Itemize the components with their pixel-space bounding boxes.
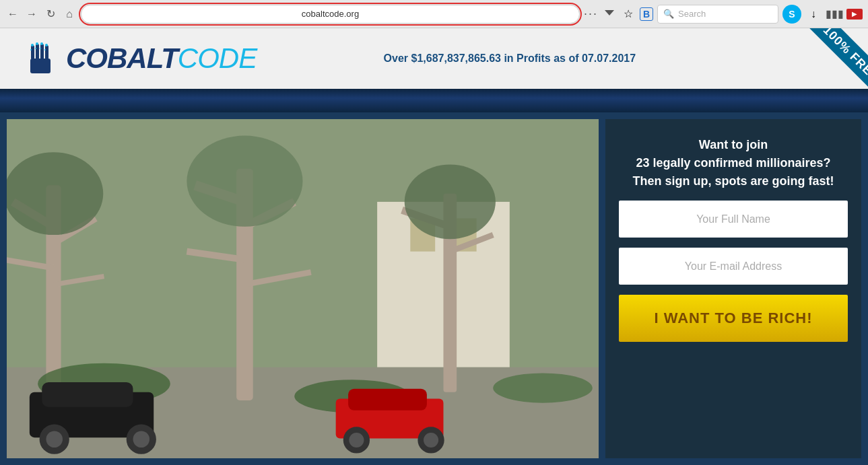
name-input[interactable] (619, 201, 848, 238)
svg-point-31 (7, 152, 103, 235)
svg-rect-44 (348, 389, 427, 410)
back-button[interactable]: ← (5, 7, 20, 22)
search-icon: 🔍 (663, 9, 674, 19)
url-text: cobaltcode.org (90, 9, 571, 19)
svg-rect-4 (45, 45, 48, 60)
signup-title-line2: 23 legally confirmed millionaires? (636, 156, 830, 170)
svg-point-9 (31, 44, 34, 46)
svg-rect-3 (40, 44, 44, 60)
logo-text: COBALT CODE (66, 42, 257, 75)
logo-cobalt: COBALT (66, 42, 178, 75)
header-tagline: Over $1,687,837,865.63 in Profits as of … (384, 52, 636, 65)
bookmark-b-icon[interactable]: B (640, 7, 653, 21)
main-content: Want to join 23 legally confirmed millio… (0, 112, 868, 465)
media-icon[interactable]: ▶ (846, 9, 863, 20)
download-icon[interactable]: ↓ (804, 5, 823, 24)
svg-rect-1 (31, 45, 34, 60)
svg-point-10 (36, 42, 38, 45)
search-bar[interactable]: 🔍 Search (657, 5, 778, 24)
logo-icon (20, 38, 61, 79)
submit-button[interactable]: I WANT TO BE RICH! (619, 295, 848, 342)
signup-title: Want to join 23 legally confirmed millio… (619, 136, 848, 190)
svg-point-46 (349, 433, 364, 448)
video-area[interactable] (7, 119, 599, 458)
address-bar[interactable]: cobaltcode.org (81, 5, 580, 24)
logo-code: CODE (178, 42, 257, 75)
signup-title-line3: Then sign up, spots are going fast! (632, 174, 834, 188)
page-content: COBALT CODE Over $1,687,837,865.63 in Pr… (0, 28, 868, 465)
svg-point-11 (40, 42, 43, 45)
refresh-button[interactable]: ↻ (43, 7, 58, 22)
svg-point-40 (46, 431, 63, 448)
svg-rect-2 (36, 44, 39, 60)
search-placeholder: Search (678, 9, 706, 19)
library-icon[interactable]: ▮▮▮ (826, 7, 844, 20)
email-input[interactable] (619, 248, 848, 285)
site-header: COBALT CODE Over $1,687,837,865.63 in Pr… (0, 28, 868, 89)
free-ribbon: 100% FRE (791, 28, 868, 89)
svg-point-12 (45, 44, 48, 46)
svg-rect-0 (30, 59, 51, 73)
svg-rect-38 (42, 382, 133, 407)
svg-point-48 (424, 433, 438, 448)
ribbon-text: 100% FRE (809, 28, 868, 89)
svg-point-36 (493, 373, 593, 402)
signup-panel: Want to join 23 legally confirmed millio… (605, 119, 861, 458)
svg-point-33 (405, 165, 496, 240)
pocket-icon[interactable] (602, 7, 617, 22)
video-placeholder (7, 119, 599, 458)
skype-icon[interactable]: S (782, 5, 801, 24)
scene-svg (7, 119, 599, 458)
menu-dots[interactable]: ··· (584, 7, 598, 21)
dark-banner (0, 89, 868, 112)
browser-toolbar: ← → ↻ ⌂ cobaltcode.org ··· ☆ B 🔍 Search … (0, 0, 868, 28)
svg-point-42 (133, 431, 150, 448)
star-icon[interactable]: ☆ (621, 7, 636, 22)
toolbar-right: S ↓ ▮▮▮ ▶ (782, 5, 863, 24)
home-button[interactable]: ⌂ (62, 7, 77, 22)
signup-title-line1: Want to join (699, 138, 768, 151)
logo-area: COBALT CODE (20, 38, 257, 79)
forward-button[interactable]: → (24, 7, 39, 22)
svg-point-32 (187, 136, 302, 227)
